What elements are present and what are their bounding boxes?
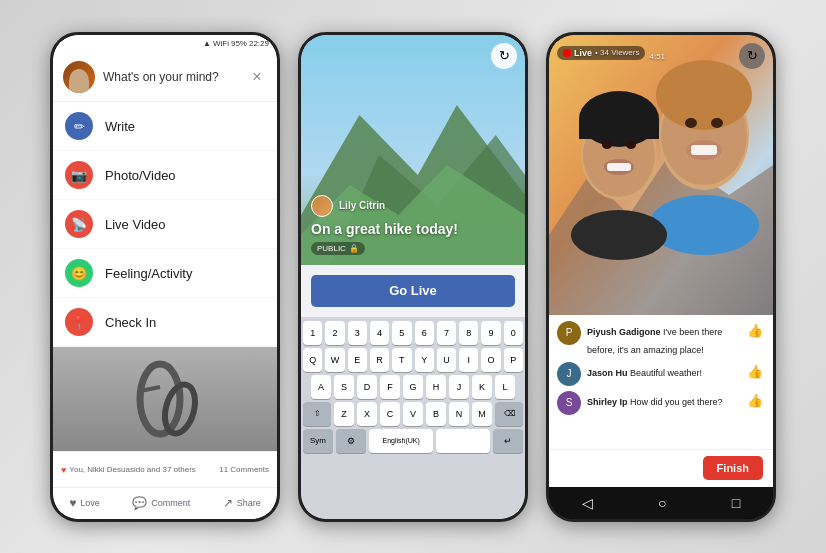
comment-2-avatar: J bbox=[557, 362, 581, 386]
settings-key[interactable]: ⚙ bbox=[336, 429, 366, 453]
status-icons-1: ▲ WiFi 95% 22:29 bbox=[203, 39, 269, 48]
menu-item-feeling[interactable]: 😊 Feeling/Activity bbox=[53, 249, 277, 298]
shift-key[interactable]: ⇧ bbox=[303, 402, 331, 426]
close-button[interactable]: × bbox=[247, 67, 267, 87]
key-o[interactable]: O bbox=[481, 348, 500, 372]
comment-3: S Shirley Ip How did you get there? 👍 bbox=[557, 391, 765, 415]
like-button-1[interactable]: 👍 bbox=[745, 321, 765, 341]
go-live-button[interactable]: Go Live bbox=[311, 275, 515, 307]
svg-point-23 bbox=[602, 141, 612, 149]
post-action-bar: ♥ Love 💬 Comment ↗ Share bbox=[53, 487, 277, 518]
key-r[interactable]: R bbox=[370, 348, 389, 372]
live-video-label: Live Video bbox=[105, 217, 165, 232]
key-k[interactable]: K bbox=[472, 375, 492, 399]
menu-item-photo-video[interactable]: 📷 Photo/Video bbox=[53, 151, 277, 200]
key-g[interactable]: G bbox=[403, 375, 423, 399]
spacebar[interactable] bbox=[436, 429, 490, 453]
language-key[interactable]: English(UK) bbox=[369, 429, 433, 453]
key-l[interactable]: L bbox=[495, 375, 515, 399]
key-y[interactable]: Y bbox=[415, 348, 434, 372]
key-s[interactable]: S bbox=[334, 375, 354, 399]
comment-1-name: Piyush Gadigone bbox=[587, 327, 661, 337]
user-small-avatar bbox=[311, 195, 333, 217]
flip-camera-button[interactable]: ↻ bbox=[491, 43, 517, 69]
key-n[interactable]: N bbox=[449, 402, 469, 426]
post-options-menu: ✏ Write 📷 Photo/Video 📡 Live Video 😊 Fee… bbox=[53, 102, 277, 347]
key-f[interactable]: F bbox=[380, 375, 400, 399]
enter-key[interactable]: ↵ bbox=[493, 429, 523, 453]
key-3[interactable]: 3 bbox=[348, 321, 367, 345]
check-in-icon: 📍 bbox=[65, 308, 93, 336]
write-label: Write bbox=[105, 119, 135, 134]
home-nav-icon[interactable]: ○ bbox=[658, 495, 666, 511]
keyboard-row-zxcv: ⇧ Z X C V B N M ⌫ bbox=[303, 402, 523, 426]
svg-rect-20 bbox=[579, 119, 659, 139]
key-u[interactable]: U bbox=[437, 348, 456, 372]
menu-item-check-in[interactable]: 📍 Check In bbox=[53, 298, 277, 347]
key-m[interactable]: M bbox=[472, 402, 492, 426]
comment-1-content: Piyush Gadigone I've been there before, … bbox=[587, 321, 739, 357]
like-button-2[interactable]: 👍 bbox=[745, 362, 765, 382]
photo-video-label: Photo/Video bbox=[105, 168, 176, 183]
key-9[interactable]: 9 bbox=[481, 321, 500, 345]
comment-action[interactable]: 💬 Comment bbox=[132, 496, 190, 510]
key-b[interactable]: B bbox=[426, 402, 446, 426]
comment-2: J Jason Hu Beautiful weather! 👍 bbox=[557, 362, 765, 386]
header-left: What's on your mind? bbox=[63, 61, 219, 93]
post-reactions-bar: ♥ You, Nikki Desuasido and 37 others 11 … bbox=[53, 451, 277, 487]
menu-item-write[interactable]: ✏ Write bbox=[53, 102, 277, 151]
photo-video-icon: 📷 bbox=[65, 161, 93, 189]
back-nav-icon[interactable]: ◁ bbox=[582, 495, 593, 511]
post-text-overlay: On a great hike today! bbox=[311, 221, 458, 238]
public-label: PUBLIC bbox=[317, 244, 346, 253]
key-z[interactable]: Z bbox=[334, 402, 354, 426]
comment-3-msg: How did you get there? bbox=[630, 397, 723, 407]
key-1[interactable]: 1 bbox=[303, 321, 322, 345]
key-d[interactable]: D bbox=[357, 375, 377, 399]
key-p[interactable]: P bbox=[504, 348, 523, 372]
flip-camera-button-live[interactable]: ↻ bbox=[739, 43, 765, 69]
svg-point-11 bbox=[656, 60, 752, 130]
key-a[interactable]: A bbox=[311, 375, 331, 399]
public-badge[interactable]: PUBLIC 🔒 bbox=[311, 242, 365, 255]
key-2[interactable]: 2 bbox=[325, 321, 344, 345]
carabiner-image bbox=[125, 349, 205, 449]
sym-key[interactable]: Sym bbox=[303, 429, 333, 453]
recents-nav-icon[interactable]: □ bbox=[732, 495, 740, 511]
key-i[interactable]: I bbox=[459, 348, 478, 372]
key-0[interactable]: 0 bbox=[504, 321, 523, 345]
whats-on-mind-prompt[interactable]: What's on your mind? bbox=[103, 70, 219, 84]
keyboard-row-asdf: A S D F G H J K L bbox=[303, 375, 523, 399]
menu-item-live-video[interactable]: 📡 Live Video bbox=[53, 200, 277, 249]
key-c[interactable]: C bbox=[380, 402, 400, 426]
comments-count: 11 Comments bbox=[219, 465, 277, 474]
comment-label: Comment bbox=[151, 498, 190, 508]
key-8[interactable]: 8 bbox=[459, 321, 478, 345]
key-h[interactable]: H bbox=[426, 375, 446, 399]
live-indicator: Live • 34 Viewers 4:51 bbox=[557, 43, 665, 63]
comment-2-name: Jason Hu bbox=[587, 368, 628, 378]
android-nav-bar: ◁ ○ □ bbox=[549, 487, 773, 519]
key-t[interactable]: T bbox=[392, 348, 411, 372]
key-j[interactable]: J bbox=[449, 375, 469, 399]
share-label: Share bbox=[237, 498, 261, 508]
key-q[interactable]: Q bbox=[303, 348, 322, 372]
backspace-key[interactable]: ⌫ bbox=[495, 402, 523, 426]
feeling-label: Feeling/Activity bbox=[105, 266, 192, 281]
key-x[interactable]: X bbox=[357, 402, 377, 426]
key-4[interactable]: 4 bbox=[370, 321, 389, 345]
share-action[interactable]: ↗ Share bbox=[223, 496, 261, 510]
key-w[interactable]: W bbox=[325, 348, 344, 372]
key-6[interactable]: 6 bbox=[415, 321, 434, 345]
battery-icon: 95% bbox=[231, 39, 247, 48]
finish-button[interactable]: Finish bbox=[703, 456, 763, 480]
comment-1-avatar: P bbox=[557, 321, 581, 345]
like-button-3[interactable]: 👍 bbox=[745, 391, 765, 411]
svg-rect-22 bbox=[607, 163, 631, 171]
key-5[interactable]: 5 bbox=[392, 321, 411, 345]
key-7[interactable]: 7 bbox=[437, 321, 456, 345]
key-e[interactable]: E bbox=[348, 348, 367, 372]
comment-2-content: Jason Hu Beautiful weather! bbox=[587, 362, 739, 380]
key-v[interactable]: V bbox=[403, 402, 423, 426]
love-action[interactable]: ♥ Love bbox=[69, 496, 100, 510]
